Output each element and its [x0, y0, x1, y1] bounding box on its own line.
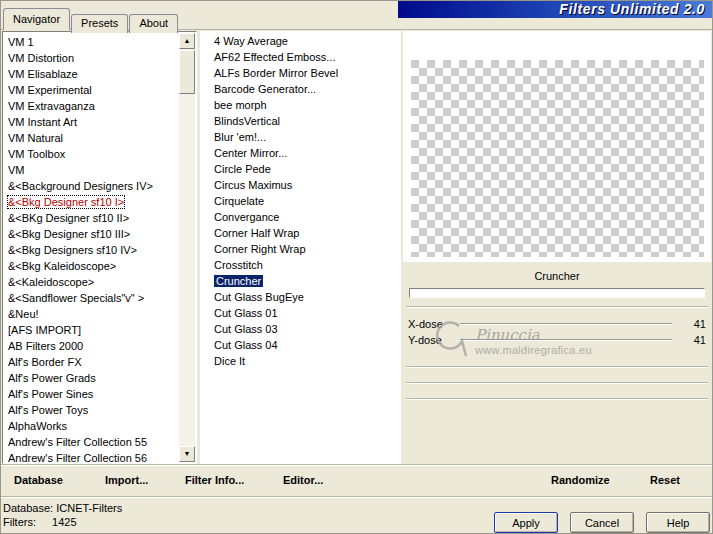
controls-area: Cruncher X-dose41Y-dose41 Pinuccia www.m…	[403, 262, 711, 464]
category-label: VM	[8, 164, 25, 176]
category-item[interactable]: VM Experimental	[4, 82, 179, 98]
filter-item[interactable]: Cut Glass 01	[210, 305, 400, 321]
category-item[interactable]: &<Bkg Kaleidoscope>	[4, 258, 179, 274]
action-bar: DatabaseImport...Filter Info...Editor...…	[0, 464, 713, 496]
category-label: Andrew's Filter Collection 56	[8, 452, 147, 462]
category-item[interactable]: VM	[4, 162, 179, 178]
filter-item[interactable]: Cirquelate	[210, 193, 400, 209]
filter-item[interactable]: Cut Glass 04	[210, 337, 400, 353]
status-bar: Database: ICNET-Filters Filters: 1425 Ap…	[0, 496, 713, 534]
filter-item[interactable]: Crosstitch	[210, 257, 400, 273]
randomize-button[interactable]: Randomize	[551, 474, 610, 486]
category-item[interactable]: VM Natural	[4, 130, 179, 146]
category-item[interactable]: [AFS IMPORT]	[4, 322, 179, 338]
filter-item[interactable]: Convergance	[210, 209, 400, 225]
editor-button[interactable]: Editor...	[283, 474, 323, 486]
category-item[interactable]: Andrew's Filter Collection 56	[4, 450, 179, 462]
preview-panel: Cruncher X-dose41Y-dose41 Pinuccia www.m…	[403, 31, 711, 464]
filter-label: bee morph	[214, 99, 267, 111]
database-button[interactable]: Database	[14, 474, 63, 486]
apply-button[interactable]: Apply	[494, 512, 558, 533]
category-item[interactable]: Alf's Power Toys	[4, 402, 179, 418]
category-label: &<Kaleidoscope>	[8, 276, 94, 288]
filter-label: Crosstitch	[214, 259, 263, 271]
category-panel: VM 1VM DistortionVM ElisablazeVM Experim…	[2, 31, 197, 464]
status-database: Database: ICNET-Filters	[3, 502, 122, 514]
preview-progress-bar	[409, 288, 705, 298]
category-scrollbar[interactable]: ▲ ▼	[179, 33, 195, 462]
preview-area	[403, 31, 711, 262]
category-item[interactable]: Alf's Power Grads	[4, 370, 179, 386]
category-label: &Neu!	[8, 308, 39, 320]
category-label: &<Bkg Kaleidoscope>	[8, 260, 116, 272]
import-button[interactable]: Import...	[105, 474, 148, 486]
window-title: Filters Unlimited 2.0	[398, 0, 713, 18]
filter-item[interactable]: ALFs Border Mirror Bevel	[210, 65, 400, 81]
filter-item[interactable]: BlindsVertical	[210, 113, 400, 129]
filter-item[interactable]: Blur 'em!...	[210, 129, 400, 145]
category-item[interactable]: VM Distortion	[4, 50, 179, 66]
filter-label: Cut Glass 01	[214, 307, 278, 319]
preview-canvas	[411, 60, 704, 257]
divider	[406, 382, 708, 384]
scroll-down-button[interactable]: ▼	[179, 446, 195, 462]
category-label: VM 1	[8, 36, 34, 48]
category-label: VM Extravaganza	[8, 100, 95, 112]
filter-title: Cruncher	[403, 270, 711, 282]
category-item[interactable]: VM Elisablaze	[4, 66, 179, 82]
category-item[interactable]: AB Filters 2000	[4, 338, 179, 354]
category-item[interactable]: &<Background Designers IV>	[4, 178, 179, 194]
category-item[interactable]: &<Bkg Designers sf10 IV>	[4, 242, 179, 258]
scrollbar-thumb[interactable]	[179, 50, 195, 94]
category-item[interactable]: VM Toolbox	[4, 146, 179, 162]
category-item[interactable]: &<BKg Designer sf10 II>	[4, 210, 179, 226]
filter-label: Cut Glass 03	[214, 323, 278, 335]
filter-label: Cut Glass BugEye	[214, 291, 304, 303]
filter-info-button[interactable]: Filter Info...	[185, 474, 244, 486]
filter-item[interactable]: Cut Glass BugEye	[210, 289, 400, 305]
filter-item[interactable]: Cut Glass 03	[210, 321, 400, 337]
filter-item[interactable]: Circus Maximus	[210, 177, 400, 193]
help-button[interactable]: Help	[646, 512, 710, 533]
scroll-up-button[interactable]: ▲	[179, 33, 195, 49]
param-value: 41	[680, 318, 706, 330]
category-item[interactable]: VM Instant Art	[4, 114, 179, 130]
filter-panel: 4 Way AverageAF62 Effected Emboss...ALFs…	[200, 31, 401, 464]
category-label: [AFS IMPORT]	[8, 324, 81, 336]
category-item[interactable]: &<Kaleidoscope>	[4, 274, 179, 290]
filter-label: Circle Pede	[214, 163, 271, 175]
category-item[interactable]: Alf's Border FX	[4, 354, 179, 370]
watermark-url: www.maldiregrafica.eu	[475, 344, 592, 356]
filter-item[interactable]: AF62 Effected Emboss...	[210, 49, 400, 65]
filter-item[interactable]: Circle Pede	[210, 161, 400, 177]
status-filters: Filters: 1425	[3, 516, 77, 528]
category-item[interactable]: &Neu!	[4, 306, 179, 322]
filter-item[interactable]: Center Mirror...	[210, 145, 400, 161]
category-item[interactable]: Andrew's Filter Collection 55	[4, 434, 179, 450]
filter-item[interactable]: Barcode Generator...	[210, 81, 400, 97]
filter-list: 4 Way AverageAF62 Effected Emboss...ALFs…	[210, 33, 400, 463]
tab-presets[interactable]: Presets	[71, 14, 128, 33]
category-item[interactable]: &<Sandflower Specials"v" >	[4, 290, 179, 306]
category-item[interactable]: Alf's Power Sines	[4, 386, 179, 402]
filter-item[interactable]: Corner Half Wrap	[210, 225, 400, 241]
category-item[interactable]: VM 1	[4, 34, 179, 50]
category-item[interactable]: AlphaWorks	[4, 418, 179, 434]
tab-navigator[interactable]: Navigator	[3, 8, 70, 30]
category-item[interactable]: VM Extravaganza	[4, 98, 179, 114]
reset-button[interactable]: Reset	[650, 474, 680, 486]
filter-item[interactable]: bee morph	[210, 97, 400, 113]
category-label: Andrew's Filter Collection 55	[8, 436, 147, 448]
filter-label: Cut Glass 04	[214, 339, 278, 351]
status-filters-label: Filters:	[3, 516, 49, 528]
status-database-label: Database:	[3, 502, 53, 514]
filter-item[interactable]: Corner Right Wrap	[210, 241, 400, 257]
category-label: VM Instant Art	[8, 116, 77, 128]
category-item[interactable]: &<Bkg Designer sf10 III>	[4, 226, 179, 242]
category-item[interactable]: &<Bkg Designer sf10 I>	[4, 194, 179, 210]
cancel-button[interactable]: Cancel	[570, 512, 634, 533]
filter-item[interactable]: Cruncher	[210, 273, 400, 289]
tab-about[interactable]: About	[129, 14, 178, 33]
filter-item[interactable]: Dice It	[210, 353, 400, 369]
filter-item[interactable]: 4 Way Average	[210, 33, 400, 49]
